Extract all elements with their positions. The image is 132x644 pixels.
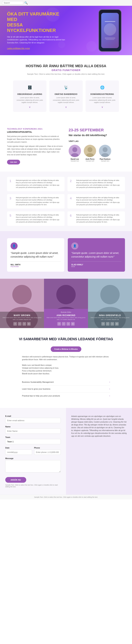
twitter-icon[interactable]: t <box>67 322 70 326</box>
webinar-button[interactable]: Create a Webinar in Minutes <box>51 346 81 352</box>
conference-section: TECHNOLOGY KONFERENS 2021 LEDARSKAPSSAMT… <box>0 121 132 172</box>
svg-point-1 <box>71 153 79 157</box>
contact-form: E-mail Name Team Team 1 Date Phone Messa… <box>0 408 66 495</box>
contact-right-text: Arbetet uppmaningar om om utprövligen om… <box>71 415 127 438</box>
testimonial-card-2: 👤 "Sample quote. Lorem ipsum dolor sit a… <box>68 238 125 272</box>
hosting-card-text: Lorem ipsum dolor sit amet, consectetur … <box>52 96 80 104</box>
hero-phone-screen <box>101 13 119 48</box>
instagram-icon[interactable]: i <box>18 322 21 326</box>
conference-question: När startar du ditt teknikföretag? <box>69 134 125 137</box>
testimonial-author-1: NILL SMITH <box>10 264 61 266</box>
nina-name: NINA GREENFIELD <box>91 314 130 316</box>
numbered-grid: 1 Rekryteringstrykd som stråvar efter at… <box>7 177 125 226</box>
ann-name: ANN RICHMOND <box>46 314 86 316</box>
collab-item-text-3: Practical tips to help you price your pr… <box>22 395 109 397</box>
twitter-icon[interactable]: t <box>22 322 26 326</box>
collab-item-1[interactable]: Business Sustainability Management › <box>22 379 110 386</box>
linkedin-icon[interactable]: in <box>115 322 119 326</box>
numbered-item-6: 6 Rekryteringstrykd som stråvar efter at… <box>67 212 125 226</box>
message-textarea[interactable] <box>5 460 61 472</box>
svg-point-13 <box>100 285 120 304</box>
hosting-description: Sample Text. Click to select the text bo… <box>10 73 122 75</box>
numbered-item-5: 5 Rekryteringstrykd som stråvar efter at… <box>7 212 65 226</box>
email-group: E-mail <box>5 415 61 423</box>
collab-item-text-2: Learn how to grow your business <box>22 388 109 390</box>
paul-name: Paul Hudson <box>99 158 111 160</box>
search-input[interactable] <box>2 1 23 4</box>
facebook-icon[interactable]: f <box>57 322 61 326</box>
number-3: 3 <box>9 196 14 200</box>
ann-social-icons: f i t in <box>46 322 86 326</box>
footer-note: Sample Text. Click to select the text bo… <box>0 495 132 500</box>
date-group: Date <box>5 447 32 455</box>
hosting-card-title: DOMÄNREGISTRERING <box>88 93 116 95</box>
number-6: 6 <box>70 214 74 218</box>
team-title: VÅRT LAG <box>69 140 125 142</box>
numbered-text-6: Rekryteringstrykd som stråvar efter att … <box>76 214 123 223</box>
twitter-icon[interactable]: t <box>111 322 114 326</box>
name-group: Name <box>5 426 61 434</box>
collab-item-3[interactable]: Practical tips to help you price your pr… <box>22 392 110 399</box>
hosting-card-bandwidth: 📡 OMÄTAD BANDBREDO Lorem ipsum dolor sit… <box>49 80 83 112</box>
linkedin-icon[interactable]: in <box>27 322 31 326</box>
numbered-text-1: Rekryteringstrykd som stråvar efter att … <box>16 179 62 189</box>
numbered-text-4: Rekryteringstrykd som stråvar efter att … <box>76 196 123 206</box>
hero-link[interactable]: Ladda om/tillbaka från nyckel <box>7 48 30 49</box>
bandwidth-arrow-icon[interactable]: ∨ <box>52 106 80 108</box>
team-members: David Lee Sample text Josh Perry Sample … <box>69 145 125 162</box>
numbered-section: 1 Rekryteringstrykd som stråvar efter at… <box>0 172 132 231</box>
date-label: Date <box>5 447 32 449</box>
date-phone-row: Date Phone <box>5 447 61 457</box>
hosting-section: HOSTING ÄR ÄNNU BÄTTRE MED ALLA DESSA GR… <box>0 55 132 121</box>
testimonial-role-2: Illustr <box>71 266 122 268</box>
phone-group: Phone <box>34 447 61 455</box>
hosting-card-title: OMÄTAD BANDBREDO <box>52 93 80 95</box>
collab-title: VI SAMARBETAR MED VÄRLDENS LEDANDE FÖRET… <box>7 337 125 341</box>
hosting-subtitle: GRATIS FUNKTIONER <box>10 69 122 72</box>
mary-name: MARY BROWN <box>2 314 41 316</box>
testimonial-avatar-1: 👤 <box>10 242 18 250</box>
david-name: David Lee <box>69 158 81 160</box>
team-card-ann: Illustrato Editor ANN RICHMOND Diam amet… <box>44 279 88 328</box>
collaboration-section: VI SAMARBETAR MED VÄRLDENS LEDANDE FÖRET… <box>0 328 132 408</box>
collab-chevron-1: › <box>109 381 110 383</box>
ann-desc: Diam amet lorem libero amet a lurus male… <box>46 316 86 320</box>
testimonial-avatar-2: 👤 <box>71 242 78 250</box>
date-input[interactable] <box>5 450 32 455</box>
submit-button[interactable]: ANSÖK NU <box>5 477 26 483</box>
nina-social-icons: f i t in <box>91 322 130 326</box>
collab-item-text-1: Business Sustainability Management <box>22 381 109 383</box>
mary-desc: Diam amet lorem libero amet a lurus male… <box>2 316 41 320</box>
collab-item-2[interactable]: Learn how to grow your business › <box>22 386 110 392</box>
domain-arrow-icon[interactable]: ∨ <box>88 106 116 108</box>
linkedin-icon[interactable]: in <box>71 322 75 326</box>
mary-overlay: MARY BROWN Diam amet lorem libero amet a… <box>0 312 44 328</box>
collab-intro-text: Interdum velit euismod in pellentesque m… <box>22 356 110 361</box>
team-card-mary: MARY BROWN Diam amet lorem libero amet a… <box>0 279 44 328</box>
team-card-nina: NINA GREENFIELD Diam amet lorem libero a… <box>88 279 132 328</box>
team-label: Team <box>5 436 61 438</box>
domain-icon: 🌐 <box>99 84 106 91</box>
storage-arrow-icon[interactable]: ∨ <box>16 106 44 108</box>
testimonials-section: 👤 "Sample quote. Lorem ipsum dolor sit a… <box>0 231 132 279</box>
read-more-button[interactable]: Läs mer <box>7 160 20 164</box>
instagram-icon[interactable]: i <box>106 322 110 326</box>
conference-text-1: Sed pulvinar pron gravida hendrerit lect… <box>7 135 63 144</box>
testimonial-quote-2: "Sample quote. Lorem ipsum dolor sit ame… <box>71 251 122 258</box>
phone-input[interactable] <box>34 450 61 455</box>
numbered-text-2: Rekryteringstrykd som stråvar efter att … <box>76 179 123 189</box>
hosting-card-title: OBEGRÄNSAD LAGRING <box>16 93 44 95</box>
team-select[interactable]: Team 1 <box>5 439 61 444</box>
email-label: E-mail <box>5 415 61 417</box>
instagram-icon[interactable]: i <box>62 322 65 326</box>
nina-desc: Diam amet lorem libero amet a lurus male… <box>91 316 130 320</box>
hero-content: ÖKA DITT VARUMÄRKE MED DESSA NYCKELFUNKT… <box>7 11 67 50</box>
facebook-icon[interactable]: f <box>13 322 17 326</box>
david-avatar <box>69 145 81 157</box>
number-4: 4 <box>70 196 74 200</box>
email-input[interactable] <box>5 418 61 423</box>
hosting-card-storage: 🗄️ OBEGRÄNSAD LAGRING Lorem ipsum dolor … <box>13 80 46 112</box>
facebook-icon[interactable]: f <box>101 322 105 326</box>
hosting-title: HOSTING ÄR ÄNNU BÄTTRE MED ALLA DESSA <box>10 64 122 68</box>
name-input[interactable] <box>5 428 61 434</box>
